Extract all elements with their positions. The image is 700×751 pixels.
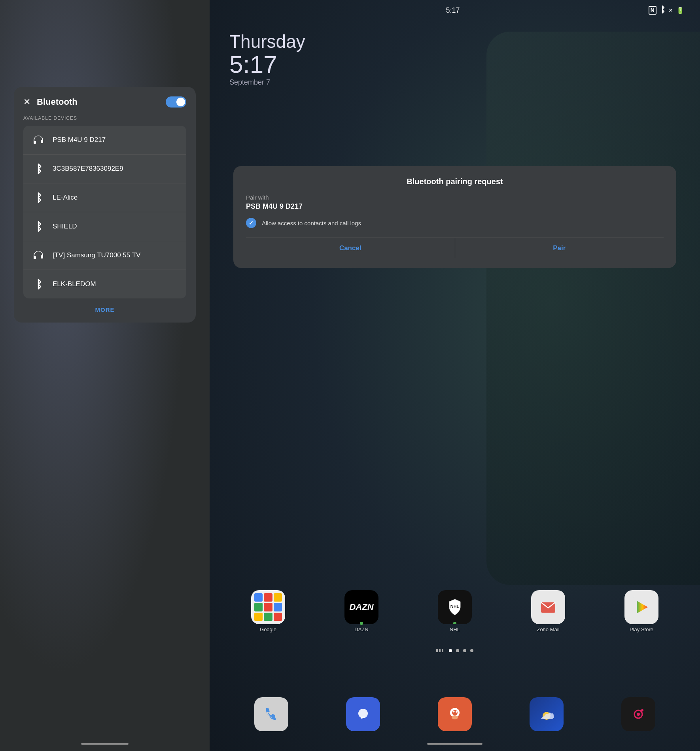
camera-dock-icon	[621, 697, 655, 731]
dazn-dot	[360, 622, 363, 625]
status-icons: N ✕ 🔋	[649, 6, 684, 15]
zoho-mail-icon	[531, 590, 565, 624]
page-line	[439, 649, 441, 652]
app-label-play-store: Play Store	[630, 626, 653, 632]
status-time: 5:17	[446, 6, 460, 15]
weather-dock-icon	[530, 697, 564, 731]
device-item[interactable]: SHIELD	[23, 212, 186, 241]
app-label-dazn: DAZN	[354, 626, 368, 632]
svg-point-15	[452, 715, 458, 719]
svg-point-13	[453, 711, 455, 713]
nhl-icon: NHL	[438, 590, 472, 624]
headphones-icon	[31, 248, 45, 262]
bluetooth-panel: ✕ Bluetooth AVAILABLE DEVICES PSB M4U 9 …	[14, 87, 196, 323]
bluetooth-status-icon	[660, 6, 665, 15]
bluetooth-header-left: ✕ Bluetooth	[23, 97, 78, 107]
date-date: September 7	[229, 78, 680, 87]
svg-text:NHL: NHL	[450, 604, 460, 609]
contacts-checkbox[interactable]	[246, 218, 256, 228]
page-dot-2[interactable]	[456, 649, 459, 652]
page-lines-indicator	[436, 649, 443, 652]
phone-dock-icon	[254, 697, 288, 731]
page-line	[442, 649, 443, 652]
pairing-dialog: Bluetooth pairing request Pair with PSB …	[233, 166, 676, 268]
device-name: ELK-BLEDOM	[53, 280, 96, 288]
left-panel: ✕ Bluetooth AVAILABLE DEVICES PSB M4U 9 …	[0, 0, 210, 751]
bluetooth-icon	[31, 277, 45, 291]
app-item-play-store[interactable]: Play Store	[620, 590, 663, 632]
device-item[interactable]: PSB M4U 9 D217	[23, 126, 186, 155]
app-item-google[interactable]: Google	[246, 590, 290, 632]
cancel-button[interactable]: Cancel	[246, 238, 455, 259]
device-item[interactable]: 3C3B587E78363092E9	[23, 155, 186, 183]
bluetooth-icon	[31, 219, 45, 234]
more-button[interactable]: MORE	[23, 306, 186, 313]
google-folder-icon	[251, 590, 285, 624]
dock	[210, 697, 700, 731]
app-item-nhl[interactable]: NHL NHL	[433, 590, 477, 632]
nhl-dot	[453, 622, 456, 624]
app-label-zoho-mail: Zoho Mail	[537, 626, 559, 632]
device-item[interactable]: ELK-BLEDOM	[23, 270, 186, 298]
device-name: PSB M4U 9 D217	[53, 136, 106, 144]
pairing-dialog-title: Bluetooth pairing request	[246, 177, 664, 186]
available-devices-label: AVAILABLE DEVICES	[23, 115, 186, 121]
x-icon: ✕	[668, 7, 673, 13]
page-dot-4[interactable]	[470, 649, 473, 652]
bluetooth-icon	[31, 191, 45, 205]
devices-list: PSB M4U 9 D217 3C3B587E78363092E9	[23, 126, 186, 298]
status-bar: 5:17 N ✕ 🔋	[210, 0, 700, 15]
bluetooth-header: ✕ Bluetooth	[23, 96, 186, 108]
app-grid: Google DAZN DAZN NHL	[210, 590, 700, 640]
pairing-checkbox-row: Allow access to contacts and call logs	[246, 218, 664, 228]
app-row: Google DAZN DAZN NHL	[221, 590, 688, 632]
app-item-dazn[interactable]: DAZN DAZN	[340, 590, 383, 632]
device-item[interactable]: [TV] Samsung TU7000 55 TV	[23, 241, 186, 270]
device-name: 3C3B587E78363092E9	[53, 165, 123, 173]
dazn-text: DAZN	[349, 602, 373, 612]
bluetooth-title: Bluetooth	[37, 97, 78, 107]
svg-point-12	[452, 710, 458, 715]
date-time: 5:17	[229, 52, 680, 77]
play-store-icon	[624, 590, 658, 624]
pairing-dialog-pair-with-label: Pair with	[246, 194, 664, 201]
date-day: Thursday	[229, 31, 680, 52]
page-dot-3[interactable]	[463, 649, 466, 652]
device-item[interactable]: LE-Alice	[23, 183, 186, 212]
duckduckgo-dock-icon	[438, 697, 472, 731]
google-folder-grid	[251, 590, 285, 624]
contacts-checkbox-label: Allow access to contacts and call logs	[262, 220, 361, 226]
app-item-zoho-mail[interactable]: Zoho Mail	[526, 590, 570, 632]
svg-point-19	[641, 709, 643, 711]
dock-item-phone[interactable]	[254, 697, 288, 731]
dock-item-weather[interactable]	[530, 697, 564, 731]
page-dot-1[interactable]	[449, 649, 452, 652]
app-label-nhl: NHL	[450, 626, 460, 632]
bluetooth-icon	[31, 162, 45, 176]
left-home-indicator	[81, 743, 129, 745]
bluetooth-toggle[interactable]	[166, 96, 186, 108]
dock-item-signal[interactable]	[346, 697, 380, 731]
dock-item-camera[interactable]	[621, 697, 655, 731]
pair-button[interactable]: Pair	[455, 238, 664, 259]
date-widget: Thursday 5:17 September 7	[210, 15, 700, 87]
svg-point-14	[456, 711, 457, 713]
device-name: LE-Alice	[53, 194, 78, 202]
svg-point-18	[637, 713, 640, 716]
pairing-buttons: Cancel Pair	[246, 238, 664, 259]
nfc-icon: N	[649, 6, 656, 15]
battery-icon: 🔋	[676, 7, 684, 14]
page-indicators	[210, 649, 700, 652]
pairing-dialog-device-name: PSB M4U 9 D217	[246, 202, 664, 211]
dock-item-duckduckgo[interactable]	[438, 697, 472, 731]
signal-dock-icon	[346, 697, 380, 731]
app-label-google: Google	[260, 626, 276, 632]
right-home-indicator	[427, 743, 482, 745]
dazn-icon: DAZN	[344, 590, 378, 624]
headphones-icon	[31, 133, 45, 147]
device-name: [TV] Samsung TU7000 55 TV	[53, 251, 140, 259]
device-name: SHIELD	[53, 223, 77, 230]
page-line	[436, 649, 438, 652]
right-panel: 5:17 N ✕ 🔋 Thursday 5:17 September 7 Blu…	[210, 0, 700, 751]
close-button[interactable]: ✕	[23, 97, 30, 107]
